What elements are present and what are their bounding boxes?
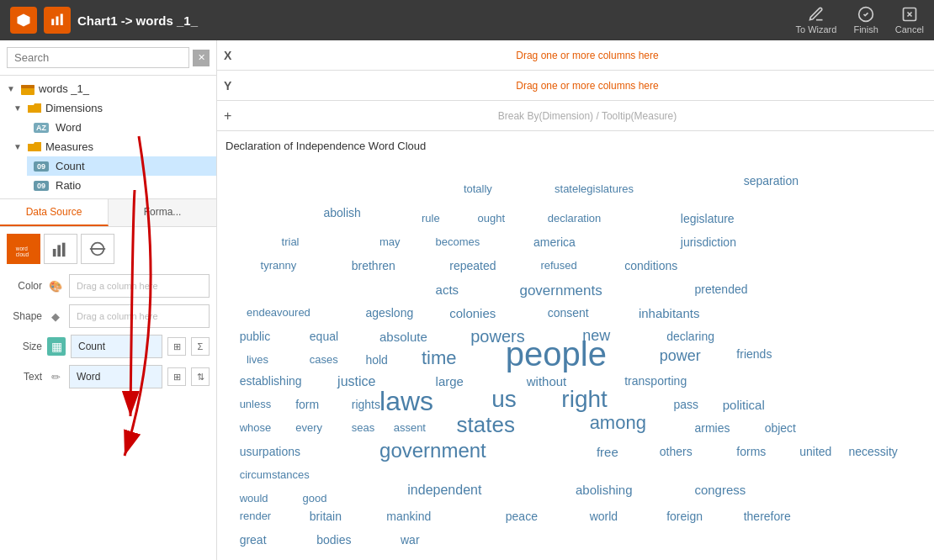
collapse-arrow: ▼ xyxy=(7,84,17,93)
measures-group[interactable]: ▼ Measures xyxy=(7,137,216,156)
field-ratio[interactable]: 09 Ratio xyxy=(27,176,216,195)
word-item: refused xyxy=(540,259,576,272)
size-drop[interactable]: Count xyxy=(71,335,162,358)
break-drop[interactable]: Break By(Dimension) / Tooltip(Measure) xyxy=(247,110,927,122)
word-item: form xyxy=(295,398,319,411)
datasource-item[interactable]: ▼ words _1_ xyxy=(0,79,216,98)
text-edit-btn[interactable]: ⊞ xyxy=(167,367,186,386)
left-panel: ✕ ▼ words _1_ ▼ Dimensions A xyxy=(0,40,217,560)
word-item: forms xyxy=(736,445,766,458)
size-edit-btn[interactable]: ⊞ xyxy=(167,337,186,356)
color-paint-icon: 🎨 xyxy=(47,277,64,294)
word-item: others xyxy=(660,445,693,458)
x-axis-row: X Drag one or more columns here xyxy=(217,40,934,71)
bar-chart-btn[interactable] xyxy=(44,234,77,264)
ratio-label: Ratio xyxy=(56,179,81,192)
x-label: X xyxy=(224,49,241,62)
word-item: foreign xyxy=(666,510,703,523)
to-wizard-button[interactable]: To Wizard xyxy=(796,6,837,34)
word-item: political xyxy=(723,398,765,412)
y-axis-row: Y Drag one or more columns here xyxy=(217,71,934,101)
svg-text:word: word xyxy=(15,246,28,251)
table-icon xyxy=(20,83,35,95)
word-item: transporting xyxy=(624,374,687,388)
tab-datasource[interactable]: Data Source xyxy=(0,199,109,226)
search-input[interactable] xyxy=(7,47,189,68)
word-item: pretended xyxy=(694,283,747,296)
dimensions-label: Dimensions xyxy=(45,102,103,114)
chart-icon xyxy=(44,7,71,34)
word-item: jurisdiction xyxy=(681,235,736,249)
text-row: Text ✏ Word ⊞ ⇅ xyxy=(7,365,210,388)
cancel-button[interactable]: Cancel xyxy=(895,6,924,34)
word-item: colonies xyxy=(449,306,496,320)
word-item: declaration xyxy=(548,212,602,225)
word-item: therefore xyxy=(744,510,791,523)
word-item: lives xyxy=(247,353,268,366)
word-item: equal xyxy=(310,330,338,343)
dimensions-group[interactable]: ▼ Dimensions xyxy=(7,98,216,118)
word-item: separation xyxy=(744,174,799,188)
word-item: brethren xyxy=(352,259,395,272)
word-item: statelegislatures xyxy=(555,182,634,195)
measures-folder-icon xyxy=(27,141,42,153)
datasource-tree: ▼ words _1_ ▼ Dimensions AZ Word xyxy=(0,76,216,198)
dimensions-arrow: ▼ xyxy=(13,103,24,113)
chart-title-bar: Chart1 -> words _1_ xyxy=(77,13,789,28)
word-item: endeavoured xyxy=(247,306,310,319)
svg-rect-2 xyxy=(61,14,63,26)
panel-tabs: Data Source Forma... xyxy=(0,198,216,227)
color-label: Color xyxy=(7,280,42,292)
break-row: + Break By(Dimension) / Tooltip(Measure) xyxy=(217,101,934,131)
shape-label: Shape xyxy=(7,310,42,322)
encoding-panel: word cloud Color 🎨 xyxy=(0,227,216,402)
word-item: governments xyxy=(519,283,602,299)
svg-rect-0 xyxy=(51,19,54,26)
word-item: good xyxy=(303,492,327,505)
word-item: armies xyxy=(694,421,730,435)
word-item: cases xyxy=(310,353,338,366)
field-word[interactable]: AZ Word xyxy=(27,118,216,137)
finish-button[interactable]: Finish xyxy=(853,6,878,34)
word-item: free xyxy=(597,445,618,459)
word-item: us xyxy=(491,386,517,413)
shape-drop[interactable]: Drag a column here xyxy=(69,304,210,328)
text-pen-icon: ✏ xyxy=(47,368,64,385)
word-item: without xyxy=(527,374,567,388)
word-item: bodies xyxy=(316,533,351,547)
size-agg-btn[interactable]: Σ xyxy=(191,337,210,356)
svg-rect-9 xyxy=(53,249,56,256)
text-sort-btn[interactable]: ⇅ xyxy=(191,367,210,386)
word-label: Word xyxy=(56,121,82,134)
other-chart-btn[interactable] xyxy=(81,234,114,264)
word-item: time xyxy=(422,347,457,369)
word-item: government xyxy=(379,439,486,462)
field-count[interactable]: 09 Count xyxy=(27,156,216,176)
word-item: mankind xyxy=(386,510,431,523)
word-item: hold xyxy=(365,353,387,367)
word-item: abolishing xyxy=(576,483,633,497)
word-item: laws xyxy=(379,386,433,417)
word-item: large xyxy=(436,374,464,388)
topbar: Chart1 -> words _1_ To Wizard Finish Can… xyxy=(0,0,934,40)
word-item: friends xyxy=(736,347,772,361)
y-drop[interactable]: Drag one or more columns here xyxy=(247,80,927,92)
color-drop[interactable]: Drag a column here xyxy=(69,274,210,298)
x-drop[interactable]: Drag one or more columns here xyxy=(247,50,927,61)
datasource-label: words _1_ xyxy=(39,82,89,95)
word-item: usurpations xyxy=(240,445,300,458)
word-item: independent xyxy=(407,483,481,498)
text-drop[interactable]: Word xyxy=(69,365,162,388)
word-item: conditions xyxy=(624,259,677,272)
word-item: pass xyxy=(673,398,698,411)
word-item: totally xyxy=(464,182,492,195)
word-item: consent xyxy=(548,306,589,320)
word-item: america xyxy=(533,235,576,249)
word-item: necessity xyxy=(848,445,897,458)
tab-format[interactable]: Forma... xyxy=(109,199,216,226)
09-icon-count: 09 xyxy=(34,161,49,172)
wordcloud-chart-btn[interactable]: word cloud xyxy=(7,234,40,264)
size-bar-icon: ▦ xyxy=(47,337,66,356)
topbar-actions: To Wizard Finish Cancel xyxy=(796,6,925,34)
search-clear-button[interactable]: ✕ xyxy=(193,50,210,66)
